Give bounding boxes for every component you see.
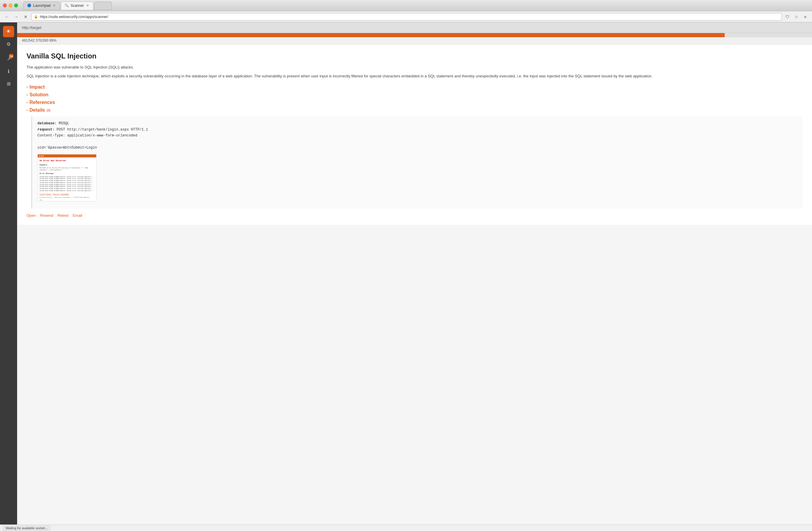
tab-scanner[interactable]: 🔍 Scanner ✕ [61,1,93,10]
references-chevron: › [27,100,28,104]
sidebar: 👁 ⚙ ↗ 14 ℹ ⊞ [0,23,17,531]
window-controls [3,3,18,8]
title-bar: 🔵 Launchpad ✕ 🔍 Scanner ✕ [0,0,812,11]
shield-icon: 🛡 [784,13,791,21]
forward-button[interactable]: → [12,13,20,21]
tab-launchpad[interactable]: 🔵 Launchpad ✕ [23,1,60,10]
content-area: http://target 481/542 370/390 89% Vanill… [17,23,812,531]
retest-link[interactable]: Retest [58,213,69,218]
scanner-tab-icon: 🔍 [64,3,69,8]
screenshot-summary-text: Runtime error during the parsing of expr… [40,167,95,171]
nav-bar: ← → ✕ 🔒 https://suite.websecurify.com/ap… [0,11,812,23]
screenshot-title: An Error Has Occurred [40,159,95,163]
tabs-bar: 🔵 Launchpad ✕ 🔍 Scanner ✕ [23,1,112,10]
section-impact-toggle[interactable]: › Impact [27,84,802,90]
solution-label: Solution [29,92,48,97]
minimize-button[interactable] [9,3,12,8]
vulnerability-summary: The application was vulnerable to SQL In… [27,65,802,70]
main-area: 👁 ⚙ ↗ 14 ℹ ⊞ http://target [0,23,812,531]
section-details-toggle[interactable]: › Details (1) [27,108,802,113]
screenshot-links: Privacy Policy Security Statement [40,193,95,196]
vulnerability-description: SQL Injection is a code injection techni… [27,73,802,80]
info-icon: ℹ [8,69,10,74]
screenshot-content: An Error Has Occurred Summary: Runtime e… [38,157,96,201]
new-tab[interactable] [94,1,112,10]
details-label: Details [29,108,45,113]
screenshot-summary-label: Summary: [40,164,95,167]
dot-2 [41,155,42,156]
solution-chevron: › [27,93,28,97]
screenshot-header [38,154,96,157]
progress-stats: 481/542 370/390 89% [17,37,812,45]
back-button[interactable]: ← [3,13,11,21]
impact-chevron: › [27,85,28,89]
lock-icon: 🔒 [34,15,38,18]
scanner-target-bar: http://target [17,23,812,33]
sidebar-item-info[interactable]: ℹ [3,66,14,77]
database-value: MSSQL [59,121,69,126]
privacy-link: Privacy Policy [40,193,52,196]
security-link: Security Statement [53,193,69,196]
open-link[interactable]: Open [27,213,36,218]
details-block: database: MSSQL request: POST http://tar… [31,116,802,209]
email-link[interactable]: Email [73,213,82,218]
sidebar-item-share[interactable]: ↗ 14 [3,53,14,65]
menu-icon[interactable]: ≡ [801,13,809,21]
launchpad-tab-label: Launchpad [33,3,50,8]
scanner-tab-close[interactable]: ✕ [86,3,90,8]
gear-icon: ⚙ [6,41,11,47]
launchpad-tab-close[interactable]: ✕ [52,3,56,8]
dot-1 [39,155,40,156]
request-label: request: [38,128,57,132]
maximize-button[interactable] [14,3,18,8]
screenshot-error-text: System.Data.OleDb.OleDbException: Syntax… [40,176,95,192]
detail-request: request: POST http://target/bank/login.a… [38,127,797,132]
url-text: https://suite.websecurify.com/apps/scann… [40,15,779,19]
impact-label: Impact [29,84,45,90]
resend-link[interactable]: Resend [40,213,54,218]
action-links: Open Resend Retest Email [27,213,802,218]
close-nav-button[interactable]: ✕ [22,13,29,21]
close-button[interactable] [3,3,7,8]
status-text: Waiting for available socket... [3,526,50,530]
address-bar[interactable]: 🔒 https://suite.websecurify.com/apps/sca… [31,13,782,21]
sidebar-item-grid[interactable]: ⊞ [3,78,14,89]
section-solution-toggle[interactable]: › Solution [27,92,802,97]
section-references-toggle[interactable]: › References [27,100,802,105]
scanner-tab-label: Scanner [71,3,84,8]
progress-bar [17,33,725,37]
screenshot-box: An Error Has Occurred Summary: Runtime e… [38,154,97,201]
content-body: Vanilla SQL Injection The application wa… [17,45,812,225]
screenshot-footer: Privacy Policy | Security Statement | © … [40,196,95,201]
nav-right: 🛡 ☆ ≡ [784,13,809,21]
detail-database: database: MSSQL [38,121,797,126]
launchpad-tab-icon: 🔵 [27,3,31,8]
progress-bar-container [17,33,812,37]
bookmark-icon[interactable]: ☆ [793,13,800,21]
scanner-target-url: http://target [22,25,41,30]
sidebar-item-settings[interactable]: ⚙ [3,38,14,50]
details-chevron: › [25,110,29,111]
vulnerability-title: Vanilla SQL Injection [27,52,802,60]
details-badge: (1) [47,109,50,112]
detail-content-type: Content-Type: application/x-www-form-url… [38,132,797,139]
screenshot-error-label: Error Message: [40,172,95,175]
detail-body: uid='&passw=&btnSubmit=Login [38,145,797,151]
status-bar: Waiting for available socket... [0,525,812,531]
dot-3 [43,155,44,156]
sidebar-item-eye[interactable]: 👁 [3,26,14,37]
browser-window: 🔵 Launchpad ✕ 🔍 Scanner ✕ ← → ✕ 🔒 https:… [0,0,812,531]
share-badge: 14 [9,54,14,58]
grid-icon: ⊞ [7,81,11,86]
database-label: database: [38,121,59,126]
request-value: POST http://target/bank/login.aspx HTTP/… [57,128,148,132]
progress-label: 481/542 370/390 89% [22,38,56,43]
references-label: References [29,100,55,105]
eye-icon: 👁 [6,29,11,34]
